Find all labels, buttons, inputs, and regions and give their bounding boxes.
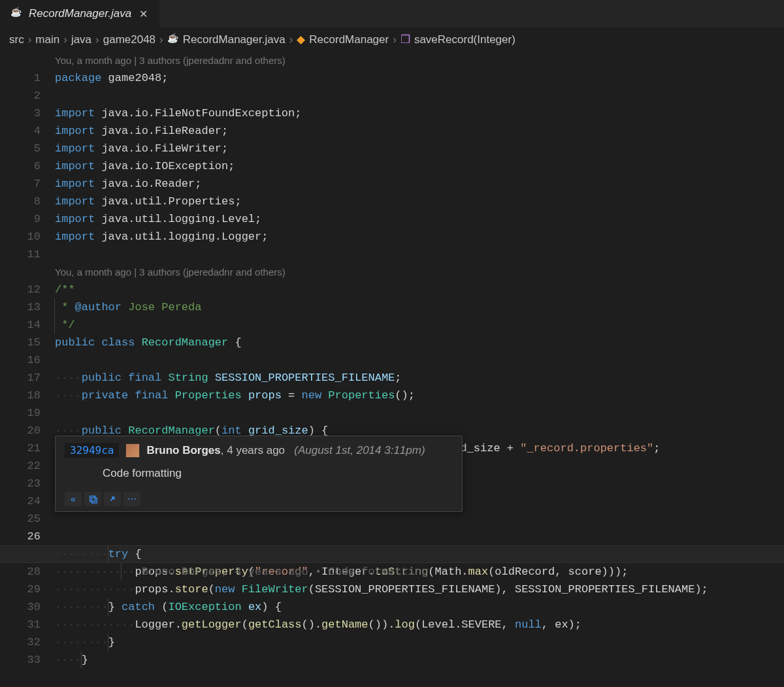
code-line: import java.util.logging.Logger;: [55, 228, 784, 246]
code-line: import java.io.IOException;: [55, 157, 784, 175]
code-line: [55, 246, 784, 263]
code-line: import java.util.logging.Level;: [55, 210, 784, 228]
java-file-icon: [10, 8, 22, 20]
code-line: ············props.store(new FileWriter(S…: [55, 581, 784, 598]
prev-change-icon[interactable]: «: [65, 492, 82, 506]
code-line: * @author Jose Pereda: [55, 298, 784, 316]
code-line: import java.io.FileNotFoundException;: [55, 104, 784, 122]
class-icon: ◆: [297, 33, 305, 46]
commit-date: (August 1st, 2014 3:11pm): [294, 444, 425, 456]
crumb-java[interactable]: java: [71, 33, 91, 46]
popover-actions: « ⋯: [65, 492, 453, 506]
code-line: ············Logger.getLogger(getClass().…: [55, 616, 784, 633]
avatar: [125, 443, 140, 458]
code-line: /**: [55, 281, 784, 298]
svg-rect-1: [91, 498, 97, 503]
code-line: import java.io.FileReader;: [55, 122, 784, 140]
code-line: public class RecordManager {: [55, 334, 784, 351]
inline-blame: Bruno Borges, 4 years ago • Code formatt…: [142, 566, 429, 578]
code-line-current: ·······Bruno Borges, 4 years ago • Code …: [55, 528, 784, 545]
code-line: ········} catch (IOException ex) {: [55, 598, 784, 616]
blame-popover: 32949ca Bruno Borges, 4 years ago (Augus…: [55, 436, 463, 512]
code-line: ········try {: [55, 545, 784, 563]
chevron-right-icon: ›: [159, 33, 163, 46]
open-external-icon[interactable]: [104, 492, 121, 506]
editor-tabs: RecordManager.java ✕: [0, 0, 784, 27]
code-line: ····public final String SESSION_PROPERTI…: [55, 369, 784, 387]
code-line: ········}: [55, 633, 784, 651]
code-line: [55, 404, 784, 422]
more-icon[interactable]: ⋯: [123, 492, 140, 506]
crumb-src[interactable]: src: [9, 33, 24, 46]
commit-ago: 4 years ago: [227, 444, 285, 456]
tab-recordmanager[interactable]: RecordManager.java ✕: [0, 0, 159, 27]
code-editor[interactable]: 1234567891011 12131415161718192021222324…: [0, 52, 784, 685]
close-icon[interactable]: ✕: [138, 8, 149, 20]
crumb-package[interactable]: game2048: [103, 33, 155, 46]
crumb-method[interactable]: saveRecord(Integer): [414, 33, 515, 46]
code-line: [55, 510, 784, 528]
method-icon: ❒: [400, 33, 410, 46]
crumb-class[interactable]: RecordManager: [309, 33, 389, 46]
code-line: package game2048;: [55, 69, 784, 87]
chevron-right-icon: ›: [28, 33, 32, 46]
breadcrumb: src › main › java › game2048 › RecordMan…: [0, 27, 784, 52]
crumb-main[interactable]: main: [35, 33, 59, 46]
codelens-mid[interactable]: You, a month ago | 3 authors (jperedadnr…: [55, 263, 784, 281]
java-file-icon: [167, 34, 179, 46]
tab-title: RecordManager.java: [29, 7, 131, 20]
code-line: import java.util.Properties;: [55, 193, 784, 210]
code-line: [55, 87, 784, 104]
chevron-right-icon: ›: [63, 33, 67, 46]
copy-icon[interactable]: [84, 492, 101, 506]
code-line: ····private final Properties props = new…: [55, 387, 784, 404]
chevron-right-icon: ›: [289, 33, 293, 46]
codelens-top[interactable]: You, a month ago | 3 authors (jperedadnr…: [55, 52, 784, 69]
commit-author: Bruno Borges: [146, 444, 220, 456]
commit-message: Code formatting: [65, 467, 453, 480]
chevron-right-icon: ›: [393, 33, 397, 46]
code-line: */: [55, 316, 784, 334]
code-line: ····}: [55, 651, 784, 669]
commit-hash[interactable]: 32949ca: [65, 443, 119, 458]
line-gutter: 1234567891011 12131415161718192021222324…: [0, 52, 55, 685]
code-line: import java.io.FileWriter;: [55, 140, 784, 157]
code-line: [55, 351, 784, 369]
code-line: import java.io.Reader;: [55, 175, 784, 193]
svg-rect-0: [90, 496, 95, 502]
crumb-file[interactable]: RecordManager.java: [183, 33, 286, 46]
code-area[interactable]: You, a month ago | 3 authors (jperedadnr…: [55, 52, 784, 685]
chevron-right-icon: ›: [95, 33, 99, 46]
